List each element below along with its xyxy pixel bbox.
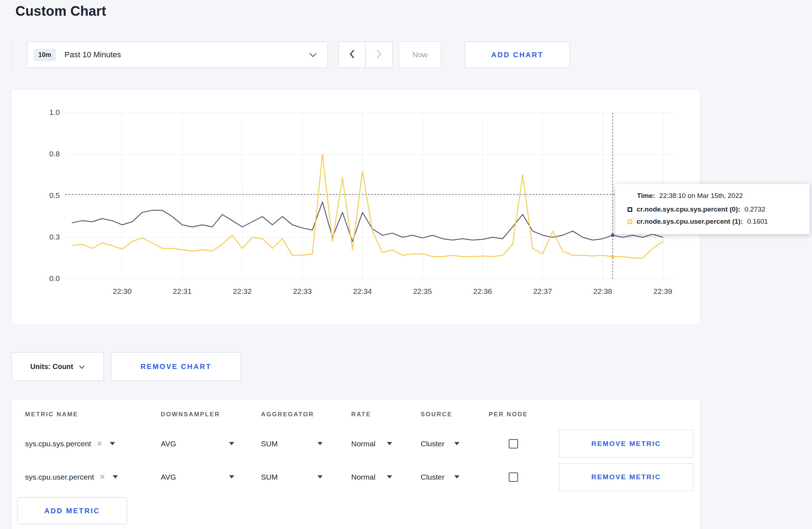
add-metric-button[interactable]: ADD METRIC	[17, 497, 127, 524]
aggregator-select[interactable]: SUM	[261, 473, 323, 481]
clear-metric-icon[interactable]: ×	[100, 472, 105, 481]
column-header-downsampler: DOWNSAMPLER	[161, 411, 261, 418]
downsampler-value: AVG	[161, 473, 176, 481]
y-axis-tick-label: 0.8	[22, 150, 60, 158]
rate-value: Normal	[351, 440, 376, 448]
x-axis-tick-label: 22:35	[405, 287, 440, 296]
column-header-aggregator: AGGREGATOR	[261, 411, 351, 418]
source-select[interactable]: Cluster	[421, 473, 459, 481]
chevron-down-icon	[309, 53, 317, 57]
tooltip-time-label: Time:	[637, 192, 655, 200]
rate-value: Normal	[351, 473, 376, 481]
column-header-per-node: PER NODE	[489, 411, 559, 418]
caret-down-icon	[113, 475, 118, 479]
x-axis-tick-label: 22:34	[344, 287, 380, 296]
units-dropdown[interactable]: Units: Count	[11, 352, 104, 381]
tooltip-series-name: cr.node.sys.cpu.sys.percent (0):	[637, 205, 740, 213]
chart-tooltip: Time: 22:38:10 on Mar 15th, 2022 cr.node…	[615, 184, 809, 234]
metric-name-select[interactable]: sys.cpu.sys.percent ×	[25, 439, 115, 448]
caret-down-icon	[229, 475, 234, 479]
table-row: sys.cpu.sys.percent × AVG SUM Normal	[12, 427, 700, 460]
y-axis-tick-label: 0.3	[22, 233, 60, 241]
x-axis-tick-label: 22:39	[645, 287, 681, 296]
metric-name-value: sys.cpu.sys.percent	[25, 440, 91, 448]
y-axis-tick-label: 0.5	[22, 191, 60, 200]
x-axis-tick-label: 22:38	[585, 287, 620, 296]
caret-down-icon	[454, 475, 459, 479]
caret-down-icon	[387, 475, 392, 479]
now-button[interactable]: Now	[399, 42, 441, 68]
aggregator-value: SUM	[261, 473, 278, 481]
chart-plot[interactable]	[65, 113, 674, 279]
caret-down-icon	[318, 442, 323, 445]
chart-card: 22:3022:3122:3222:3322:3422:3522:3622:37…	[11, 89, 700, 325]
caret-down-icon	[387, 442, 392, 445]
chevron-left-icon	[349, 49, 355, 60]
aggregator-select[interactable]: SUM	[261, 440, 323, 448]
time-range-badge: 10m	[34, 49, 56, 61]
remove-metric-button[interactable]: REMOVE METRIC	[559, 463, 693, 491]
x-axis-tick-label: 22:37	[525, 287, 561, 296]
column-header-metric-name: METRIC NAME	[25, 411, 161, 418]
add-chart-button[interactable]: ADD CHART	[465, 42, 570, 68]
tooltip-series-value: 0.2732	[744, 205, 765, 213]
x-axis-tick-label: 22:30	[104, 287, 140, 296]
per-node-checkbox[interactable]	[509, 439, 518, 448]
per-node-checkbox[interactable]	[509, 472, 518, 482]
units-label: Units: Count	[30, 363, 73, 371]
tooltip-series-name: cr.node.sys.cpu.user.percent (1):	[637, 218, 743, 225]
series-color-swatch-icon	[628, 207, 632, 212]
caret-down-icon	[454, 442, 459, 445]
clear-metric-icon[interactable]: ×	[97, 439, 102, 448]
aggregator-value: SUM	[261, 440, 278, 448]
toolbar-left-divider	[11, 42, 12, 68]
x-axis-tick-label: 22:33	[285, 287, 320, 296]
table-row: sys.cpu.user.percent × AVG SUM Normal	[12, 460, 700, 494]
downsampler-select[interactable]: AVG	[161, 473, 234, 481]
source-value: Cluster	[421, 473, 445, 481]
series-color-swatch-icon	[628, 219, 632, 224]
x-axis-tick-label: 22:36	[465, 287, 501, 296]
caret-down-icon	[110, 442, 115, 445]
tooltip-time-value: 22:38:10 on Mar 15th, 2022	[659, 192, 743, 200]
rate-select[interactable]: Normal	[351, 473, 392, 481]
tooltip-series-value: 0.1601	[747, 218, 768, 225]
x-axis-tick-label: 22:31	[164, 287, 200, 296]
time-range-label: Past 10 Minutes	[64, 50, 121, 59]
caret-down-icon	[318, 475, 323, 479]
y-axis-tick-label: 1.0	[22, 108, 60, 117]
chevron-right-icon	[376, 49, 382, 60]
downsampler-select[interactable]: AVG	[161, 440, 234, 448]
remove-metric-button[interactable]: REMOVE METRIC	[559, 430, 693, 458]
column-header-source: SOURCE	[421, 411, 489, 418]
page-title: Custom Chart	[15, 4, 106, 19]
downsampler-value: AVG	[161, 440, 176, 448]
time-nav-group	[338, 42, 393, 68]
chevron-down-icon	[79, 363, 85, 371]
time-range-dropdown[interactable]: 10m Past 10 Minutes	[27, 42, 328, 68]
rate-select[interactable]: Normal	[351, 440, 392, 448]
tooltip-time-row: Time: 22:38:10 on Mar 15th, 2022	[637, 192, 801, 200]
x-axis-tick-label: 22:32	[224, 287, 260, 296]
caret-down-icon	[229, 442, 234, 445]
next-time-button[interactable]	[366, 42, 393, 68]
metric-name-select[interactable]: sys.cpu.user.percent ×	[25, 472, 118, 481]
tooltip-series-row: cr.node.sys.cpu.user.percent (1): 0.1601	[628, 218, 801, 225]
metric-name-value: sys.cpu.user.percent	[25, 473, 94, 481]
remove-chart-button[interactable]: REMOVE CHART	[111, 352, 241, 381]
column-header-rate: RATE	[351, 411, 421, 418]
y-axis-tick-label: 0.0	[22, 274, 60, 283]
metrics-table-header: METRIC NAME DOWNSAMPLER AGGREGATOR RATE …	[12, 399, 700, 427]
source-value: Cluster	[421, 440, 445, 448]
tooltip-series-row: cr.node.sys.cpu.sys.percent (0): 0.2732	[628, 205, 801, 213]
prev-time-button[interactable]	[338, 42, 366, 68]
source-select[interactable]: Cluster	[421, 440, 459, 448]
